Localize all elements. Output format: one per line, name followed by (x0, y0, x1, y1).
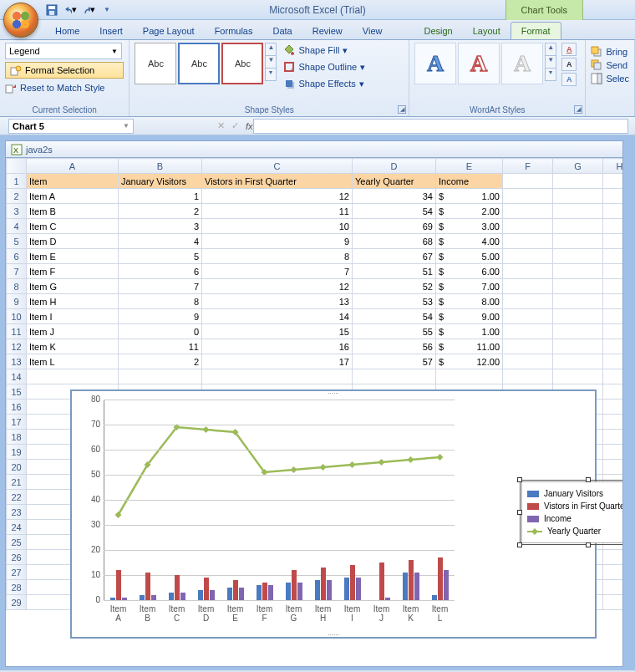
chart-bar[interactable] (315, 580, 320, 600)
gallery-down-icon[interactable]: ▼ (545, 55, 556, 69)
shape-style-1[interactable]: Abc (135, 43, 176, 84)
tab-review[interactable]: Review (302, 23, 353, 39)
chart-legend[interactable]: January VisitorsVistors in First Quarter… (521, 481, 623, 543)
legend-item[interactable]: Yearly Quarter (527, 525, 623, 537)
chart-bar[interactable] (292, 570, 297, 600)
cell[interactable]: $1.00 (436, 189, 503, 204)
bring-to-front-button[interactable]: Bring (591, 46, 629, 58)
cell[interactable]: 0 (119, 324, 202, 339)
chart-bar[interactable] (403, 573, 408, 600)
cell[interactable]: 11 (202, 204, 353, 219)
cell[interactable]: 2 (119, 354, 202, 369)
cell[interactable]: 55 (353, 324, 436, 339)
gallery-up-icon[interactable]: ▲ (265, 43, 277, 56)
cell[interactable]: 10 (202, 219, 353, 234)
tab-format[interactable]: Format (511, 22, 561, 40)
chart-bar[interactable] (327, 580, 332, 600)
row-header[interactable]: 3 (7, 204, 27, 219)
tab-page-layout[interactable]: Page Layout (133, 23, 205, 39)
row-header[interactable]: 11 (7, 324, 27, 339)
legend-item[interactable]: Income (527, 512, 623, 525)
wordart-gallery[interactable]: A A A ▲▼▾ A A A (414, 43, 580, 86)
cell[interactable]: 13 (202, 294, 353, 309)
cell[interactable]: $3.00 (436, 219, 503, 234)
shape-style-2[interactable]: Abc (178, 43, 220, 84)
row-header[interactable]: 5 (7, 234, 27, 249)
cell[interactable]: Item F (27, 264, 119, 279)
chart-bar[interactable] (379, 563, 384, 600)
chart-bar[interactable] (356, 578, 361, 600)
legend-item[interactable]: Vistors in First Quarter (527, 500, 623, 512)
cell[interactable]: $9.00 (436, 309, 503, 324)
row-header[interactable]: 27 (7, 565, 27, 580)
shape-effects-button[interactable]: Shape Effects ▾ (282, 76, 367, 91)
tab-insert[interactable]: Insert (89, 23, 133, 39)
select-all[interactable] (7, 159, 27, 174)
cell[interactable]: 9 (202, 234, 353, 249)
chart-bar[interactable] (145, 573, 150, 600)
cell[interactable]: 6 (119, 264, 202, 279)
cell[interactable]: 2 (119, 204, 202, 219)
chart-bar[interactable] (210, 590, 215, 600)
header-cell[interactable]: Yearly Quarter (353, 174, 436, 189)
col-header-E[interactable]: E (436, 159, 503, 174)
cell[interactable]: 57 (353, 354, 436, 369)
row-header[interactable]: 25 (7, 535, 27, 550)
tab-view[interactable]: View (353, 23, 393, 39)
redo-icon[interactable]: ▾ (82, 3, 95, 17)
cell[interactable]: 67 (353, 249, 436, 264)
header-cell[interactable] (553, 174, 603, 189)
chart-bar[interactable] (268, 585, 273, 600)
row-header[interactable]: 22 (7, 490, 27, 505)
cell[interactable]: 7 (119, 279, 202, 294)
row-header[interactable]: 18 (7, 430, 27, 445)
gallery-down-icon[interactable]: ▼ (265, 55, 277, 69)
row-header[interactable]: 10 (7, 309, 27, 324)
tab-home[interactable]: Home (45, 23, 89, 39)
chart-bar[interactable] (116, 570, 121, 600)
text-fill-icon[interactable]: A (561, 43, 577, 56)
legend-item[interactable]: January Visitors (527, 487, 623, 500)
chart-bar[interactable] (438, 557, 443, 600)
col-header-D[interactable]: D (353, 159, 436, 174)
cell[interactable]: 52 (353, 279, 436, 294)
chart-bar[interactable] (262, 583, 267, 600)
cell[interactable]: $2.00 (436, 204, 503, 219)
shape-fill-button[interactable]: Shape Fill ▾ (282, 43, 367, 58)
cell[interactable]: Item E (27, 249, 119, 264)
dialog-launcher-icon[interactable]: ◢ (574, 105, 582, 114)
col-header-A[interactable]: A (27, 159, 119, 174)
enter-icon[interactable]: ✓ (231, 120, 239, 131)
row-header[interactable]: 20 (7, 460, 27, 475)
row-header[interactable]: 8 (7, 279, 27, 294)
chart-bar[interactable] (140, 595, 145, 600)
header-cell[interactable] (503, 174, 553, 189)
cell[interactable]: $7.00 (436, 279, 503, 294)
chart-bar[interactable] (444, 570, 449, 600)
cell[interactable]: 68 (353, 234, 436, 249)
cell[interactable]: 15 (202, 324, 353, 339)
chart-bar[interactable] (286, 583, 291, 600)
wordart-style-1[interactable]: A (414, 43, 456, 84)
row-header[interactable]: 26 (7, 550, 27, 565)
chart-bar[interactable] (409, 560, 414, 600)
cell[interactable]: $5.00 (436, 249, 503, 264)
cell[interactable]: 7 (202, 264, 353, 279)
gallery-more-icon[interactable]: ▾ (545, 68, 556, 81)
chart-bar[interactable] (198, 590, 203, 600)
cell[interactable]: 54 (353, 204, 436, 219)
chart-bar[interactable] (385, 598, 390, 600)
row-header[interactable]: 16 (7, 400, 27, 415)
chart-bar[interactable] (297, 583, 302, 600)
row-header[interactable]: 6 (7, 249, 27, 264)
cell[interactable]: Item C (27, 219, 119, 234)
cell[interactable]: Item I (27, 309, 119, 324)
cell[interactable]: 11 (119, 339, 202, 354)
shape-style-3[interactable]: Abc (221, 43, 263, 84)
tab-layout[interactable]: Layout (463, 23, 511, 39)
cell[interactable]: 17 (202, 354, 353, 369)
send-to-back-button[interactable]: Send (591, 59, 629, 71)
cell[interactable]: Item H (27, 294, 119, 309)
cell[interactable]: 14 (202, 309, 353, 324)
cell[interactable]: 4 (119, 234, 202, 249)
